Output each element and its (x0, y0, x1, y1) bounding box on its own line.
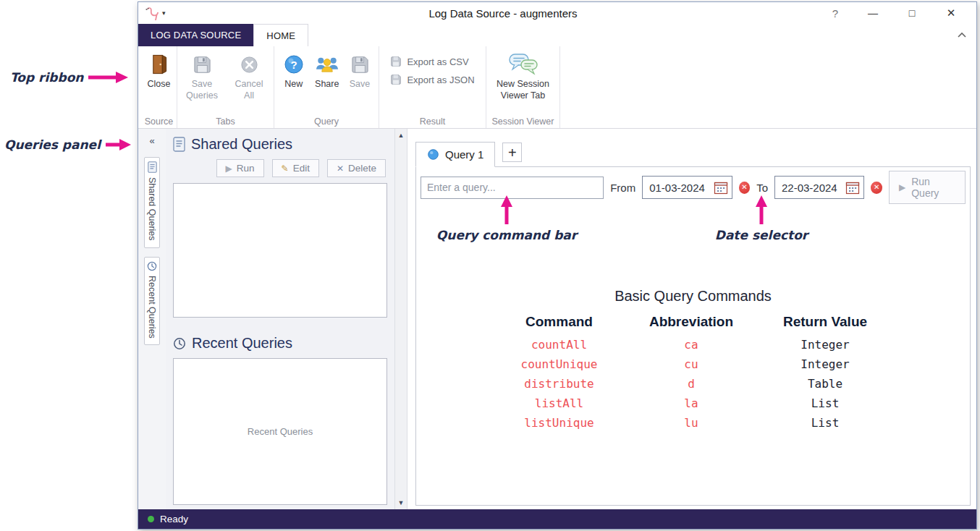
save-query-label: Save (350, 79, 371, 90)
titlebar: ▾ Log Data Source - augmenters ? — □ ✕ (138, 2, 976, 24)
window-title: Log Data Source - augmenters (283, 7, 723, 20)
command-cell: countUnique (494, 354, 625, 374)
clear-from-date-button[interactable]: ✕ (739, 182, 751, 194)
export-csv-button[interactable]: Export as CSV (390, 56, 468, 67)
new-session-viewer-tab-button[interactable]: New Session Viewer Tab (494, 52, 553, 101)
from-label: From (610, 182, 635, 194)
query-tab-label: Query 1 (445, 148, 483, 161)
calendar-icon[interactable] (845, 181, 860, 195)
return-value-cell: List (759, 413, 892, 433)
share-query-label: Share (315, 79, 339, 90)
logo-zone: ▾ (138, 5, 166, 21)
shared-queries-tab-label: Shared Queries (147, 177, 157, 241)
tab-log-data-source[interactable]: LOG DATA SOURCE (138, 24, 253, 46)
close-window-button[interactable]: ✕ (932, 7, 971, 20)
chat-bubbles-icon (508, 52, 538, 77)
query-main-area: Query 1 + From 01-03-2024 (407, 129, 976, 509)
annotation-top-ribbon-text: Top ribbon (10, 70, 83, 85)
group-label-query: Query (274, 116, 379, 127)
run-query-button[interactable]: ▶ Run Query (889, 171, 966, 204)
arrow-up-icon (500, 195, 513, 224)
shared-queries-list[interactable] (173, 183, 387, 318)
document-icon (173, 137, 185, 152)
recent-queries-list[interactable]: Recent Queries (173, 358, 387, 505)
annotation-query-command-bar-text: Query command bar (436, 228, 577, 242)
recent-queries-header: Recent Queries (166, 328, 394, 353)
add-query-tab-button[interactable]: + (502, 143, 522, 162)
column-header-abbreviation: Abbreviation (625, 314, 759, 335)
ribbon-group-source: Close Source (141, 46, 177, 128)
new-query-button[interactable]: ? New (283, 52, 305, 90)
arrow-right-icon (106, 138, 132, 151)
group-label-result: Result (379, 116, 486, 127)
recent-queries-title: Recent Queries (192, 335, 292, 352)
abbreviation-cell: d (625, 374, 759, 394)
tab-home[interactable]: HOME (253, 24, 308, 46)
scroll-up-icon[interactable]: ▲ (398, 132, 405, 139)
group-label-tabs: Tabs (177, 116, 274, 127)
clear-to-date-button[interactable]: ✕ (871, 182, 882, 194)
ribbon-group-session-viewer: New Session Viewer Tab Session Viewer (486, 46, 560, 128)
save-query-button[interactable]: Save (350, 52, 371, 90)
annotation-top-ribbon: Top ribbon (10, 70, 129, 85)
window-controls: ? — □ ✕ (817, 7, 976, 20)
command-cell: listUnique (494, 413, 625, 433)
delete-button[interactable]: ✕ Delete (327, 159, 386, 177)
delete-x-icon: ✕ (337, 164, 344, 173)
help-button[interactable]: ? (817, 7, 853, 20)
flamingo-logo-icon (145, 5, 159, 21)
abbreviation-cell: ca (625, 335, 759, 354)
close-source-label: Close (148, 79, 171, 90)
column-header-command: Command (494, 314, 625, 335)
export-json-button[interactable]: Export as JSON (390, 74, 474, 85)
tab-query-1[interactable]: Query 1 (415, 142, 495, 167)
return-value-cell: Integer (759, 335, 892, 354)
queries-panel-scrollbar[interactable]: ▲ ▼ (394, 129, 407, 509)
clock-icon (173, 337, 186, 350)
scroll-down-icon[interactable]: ▼ (398, 499, 405, 506)
save-icon (193, 52, 212, 77)
sidebar-item-shared-queries[interactable]: Shared Queries (144, 157, 160, 248)
calendar-icon[interactable] (714, 181, 728, 195)
group-label-source: Source (141, 116, 177, 127)
group-label-session-viewer: Session Viewer (486, 116, 559, 127)
ribbon-group-tabs: Save Queries Cancel All Tabs (177, 46, 274, 128)
queries-panel: Shared Queries ▶ Run ✎ Edit ✕ Delete (166, 129, 394, 509)
save-icon (350, 52, 370, 77)
from-date-value: 01-03-2024 (649, 182, 705, 194)
clock-icon (147, 261, 157, 271)
close-source-button[interactable]: Close (148, 52, 171, 90)
edit-button[interactable]: ✎ Edit (272, 159, 319, 177)
ribbon-group-result: Export as CSV Export as JSON Result (379, 46, 486, 128)
run-button[interactable]: ▶ Run (216, 159, 264, 177)
status-bar: Ready (138, 509, 976, 529)
maximize-button[interactable]: □ (892, 7, 932, 19)
export-file-icon (390, 56, 402, 67)
collapse-ribbon-button[interactable] (957, 32, 967, 38)
collapse-panel-button[interactable]: « (149, 135, 154, 146)
export-json-label: Export as JSON (407, 75, 474, 85)
cancel-circle-icon (240, 52, 259, 77)
to-label: To (756, 182, 768, 194)
arrow-up-icon (755, 195, 768, 224)
save-queries-label: Save Queries (183, 79, 221, 101)
annotation-query-command-bar: Query command bar (423, 195, 590, 242)
sidebar-item-recent-queries[interactable]: Recent Queries (144, 257, 160, 346)
share-query-button[interactable]: Share (314, 52, 340, 90)
document-icon (148, 161, 157, 173)
workspace: « Shared Queries Recent Queries (138, 129, 976, 509)
export-csv-label: Export as CSV (407, 56, 468, 67)
recent-queries-tab-label: Recent Queries (147, 276, 157, 339)
minimize-button[interactable]: — (853, 7, 892, 19)
status-green-dot-icon (148, 516, 154, 522)
share-people-icon (314, 52, 340, 77)
pencil-icon: ✎ (282, 164, 289, 173)
edit-label: Edit (293, 163, 310, 174)
quick-menu-caret-icon[interactable]: ▾ (162, 9, 166, 17)
save-queries-button[interactable]: Save Queries (183, 52, 221, 101)
new-session-viewer-tab-label: New Session Viewer Tab (494, 79, 553, 101)
svg-text:?: ? (290, 59, 297, 71)
run-label: Run (237, 163, 255, 174)
cancel-all-button[interactable]: Cancel All (230, 52, 268, 101)
new-query-icon: ? (283, 52, 305, 77)
